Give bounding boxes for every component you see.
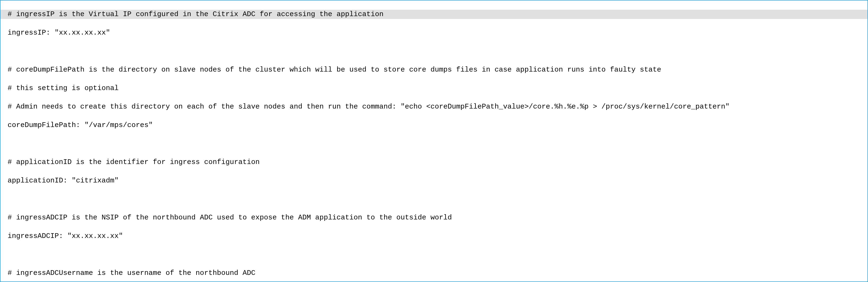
code-line-appid: applicationID: "citrixadm" (0, 176, 868, 185)
code-line-coredump: coreDumpFilePath: "/var/mps/cores" (0, 120, 868, 130)
code-line-blank (0, 139, 868, 148)
code-line-comment: # coreDumpFilePath is the directory on s… (0, 65, 868, 74)
code-line-blank (0, 195, 868, 204)
code-line-comment: # this setting is optional (0, 84, 868, 93)
code-line-comment: # ingressADCIP is the NSIP of the northb… (0, 213, 868, 222)
code-line-blank (0, 47, 868, 56)
code-line-comment: # applicationID is the identifier for in… (0, 157, 868, 167)
code-line-comment: # Admin needs to create this directory o… (0, 102, 868, 111)
code-line-ingress-ip: ingressIP: "xx.xx.xx.xx" (0, 28, 868, 37)
code-block: # ingressIP is the Virtual IP configured… (0, 0, 868, 282)
code-line-blank (0, 250, 868, 259)
code-line-comment: # ingressIP is the Virtual IP configured… (0, 10, 868, 19)
code-line-comment: # ingressADCUsername is the username of … (0, 269, 868, 278)
code-line-adcip: ingressADCIP: "xx.xx.xx.xx" (0, 232, 868, 241)
